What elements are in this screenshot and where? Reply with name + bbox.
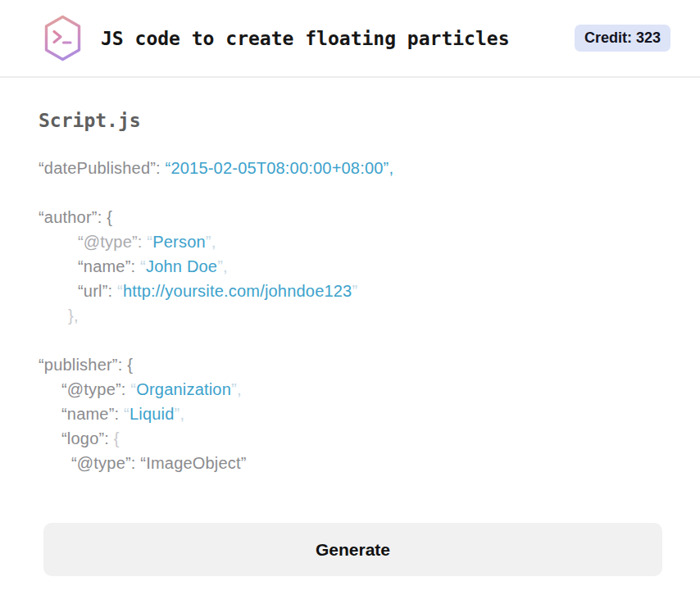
code-line: },: [39, 303, 700, 328]
terminal-logo-icon: [43, 15, 82, 61]
code-segment-quote: ”,: [231, 380, 242, 398]
code-block: “datePublished”: “2015-02-05T08:00:00+08…: [39, 156, 700, 475]
file-name-heading: Script.js: [39, 110, 700, 131]
code-segment-quote: “: [140, 257, 146, 275]
code-line: “@type”: “Person”,: [39, 229, 700, 254]
code-line: “logo”: {: [39, 426, 700, 451]
code-line: “name”: “Liquid”,: [39, 402, 700, 426]
code-line: “author”: {: [39, 205, 700, 229]
code-segment-quote: ”,: [175, 405, 185, 423]
code-segment-quote: ”,: [206, 233, 216, 251]
main-content: Script.js “datePublished”: “2015-02-05T0…: [0, 110, 700, 576]
code-segment-punct-light: },: [68, 306, 79, 325]
code-segment-key: “datePublished”:: [39, 159, 166, 177]
credit-badge: Credit: 323: [575, 25, 670, 52]
code-segment-key: “url”:: [78, 282, 117, 300]
page-title: JS code to create floating particles: [101, 28, 510, 49]
code-segment-key: “logo”:: [61, 429, 114, 447]
code-segment-key: “author”: {: [39, 208, 112, 226]
code-line-blank: [39, 180, 700, 205]
code-segment-value: Person: [152, 233, 206, 251]
code-segment-quote: ”,: [217, 257, 228, 275]
code-segment-key: “publisher”: {: [39, 356, 133, 374]
code-line: “publisher”: {: [39, 352, 700, 377]
code-segment-value: Liquid: [130, 405, 175, 423]
code-segment-key-light: “@type”:: [78, 233, 147, 251]
code-line-blank: [39, 328, 700, 352]
code-line: “name”: “John Doe”,: [39, 254, 700, 279]
code-segment-key: “name”:: [78, 257, 140, 275]
code-segment-punct-light: {: [114, 429, 120, 447]
code-segment-quote: ”: [352, 282, 357, 300]
code-segment-value: John Doe: [146, 257, 217, 275]
code-segment-key: “name”:: [61, 405, 124, 423]
code-segment-quote: “: [117, 282, 123, 300]
code-line: “@type”: “ImageObject”: [39, 451, 700, 475]
code-segment-value: http://yoursite.com/johndoe123: [123, 282, 352, 300]
code-line: “datePublished”: “2015-02-05T08:00:00+08…: [39, 156, 700, 180]
code-segment-key: “@type”: “ImageObject”: [71, 454, 247, 472]
app-header: JS code to create floating particles Cre…: [0, 0, 700, 78]
code-line: “url”: “http://yoursite.com/johndoe123”: [39, 279, 700, 303]
generate-button[interactable]: Generate: [43, 523, 662, 576]
code-segment-value: “2015-02-05T08:00:00+08:00”,: [166, 159, 394, 177]
code-segment-key: “@type”:: [61, 380, 130, 398]
code-line: “@type”: “Organization”,: [39, 377, 700, 402]
code-segment-value: Organization: [136, 380, 231, 398]
code-segment-quote: “: [124, 405, 130, 423]
